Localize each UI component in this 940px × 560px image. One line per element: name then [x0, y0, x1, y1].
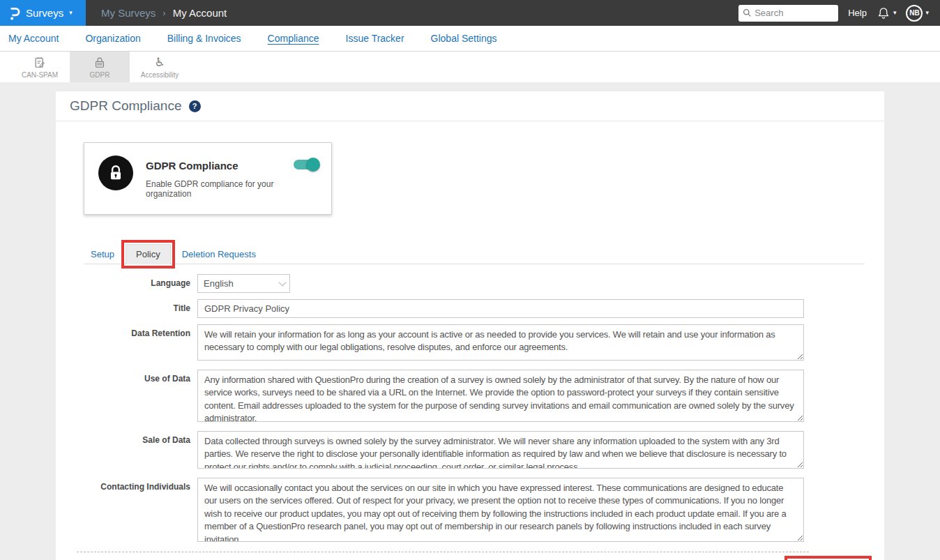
contacting-individuals-label: Contacting Individuals	[56, 478, 197, 545]
tab-policy[interactable]: Policy	[126, 244, 171, 264]
language-select[interactable]: English	[197, 274, 290, 293]
policy-form: Language English Title Data Retention We	[56, 274, 884, 545]
gdpr-enable-toggle[interactable]	[294, 160, 319, 169]
help-link[interactable]: Help	[848, 8, 867, 18]
chevron-down-icon: ▾	[925, 10, 929, 16]
lock-badge-icon	[98, 156, 133, 190]
gdpr-compliance-card: GDPR Compliance Enable GDPR compliance f…	[84, 142, 332, 215]
form-row-language: Language English	[56, 274, 884, 293]
search-input[interactable]	[755, 8, 831, 18]
tab-gdpr[interactable]: GDPR	[70, 52, 130, 82]
contacting-individuals-textarea[interactable]: We will occasionally contact you about t…	[197, 478, 804, 542]
product-switcher[interactable]: Surveys ▾	[0, 0, 86, 26]
product-name: Surveys	[26, 7, 63, 19]
nav-compliance[interactable]: Compliance	[268, 33, 319, 44]
nav-global-settings[interactable]: Global Settings	[431, 33, 497, 44]
nav-organization[interactable]: Organization	[85, 33, 140, 44]
canspam-note-icon	[33, 56, 47, 70]
annotation-highlight-policy: Policy	[121, 240, 175, 268]
use-of-data-textarea[interactable]: Any information shared with QuestionPro …	[197, 370, 804, 422]
form-row-contacting-individuals: Contacting Individuals We will occasiona…	[56, 478, 884, 545]
tab-accessibility[interactable]: ♿ Accessibility	[130, 52, 190, 82]
gdpr-lock-icon	[93, 56, 107, 70]
title-label: Title	[56, 299, 197, 318]
top-header: Surveys ▾ My Surveys › My Account Help ▾…	[0, 0, 940, 26]
title-input[interactable]	[197, 299, 804, 318]
gdpr-compliance-panel: GDPR Compliance ? GDPR Compliance Enable…	[56, 91, 884, 560]
tab-deletion-requests[interactable]: Deletion Requests	[175, 245, 263, 264]
breadcrumb-my-account: My Account	[173, 7, 227, 19]
chevron-down-icon: ▾	[893, 10, 897, 16]
form-row-data-retention: Data Retention We will retain your infor…	[56, 324, 884, 363]
sale-of-data-textarea[interactable]: Data collected through surveys is owned …	[197, 431, 804, 469]
header-actions: Help ▾ NB ▾	[738, 5, 940, 22]
use-of-data-label: Use of Data	[56, 370, 197, 425]
form-row-title: Title	[56, 299, 884, 318]
card-title: GDPR Compliance	[146, 160, 319, 172]
accessibility-icon: ♿	[154, 56, 165, 70]
form-actions: Save Changes	[56, 552, 884, 560]
breadcrumb-my-surveys[interactable]: My Surveys	[101, 7, 156, 19]
nav-my-account[interactable]: My Account	[8, 33, 59, 44]
breadcrumb-separator: ›	[162, 8, 165, 18]
page-title: GDPR Compliance	[70, 98, 182, 114]
tab-can-spam[interactable]: CAN-SPAM	[10, 52, 70, 82]
tab-setup[interactable]: Setup	[84, 245, 121, 264]
nav-issue-tracker[interactable]: Issue Tracker	[346, 33, 404, 44]
toggle-knob	[306, 158, 320, 172]
tab-label: CAN-SPAM	[22, 71, 58, 79]
nav-billing-invoices[interactable]: Billing & Invoices	[167, 33, 241, 44]
sale-of-data-label: Sale of Data	[56, 431, 197, 471]
tab-label: GDPR	[90, 71, 110, 79]
help-icon[interactable]: ?	[189, 100, 201, 112]
breadcrumb: My Surveys › My Account	[101, 7, 227, 19]
page-body: GDPR Compliance ? GDPR Compliance Enable…	[0, 82, 940, 560]
tab-label: Accessibility	[141, 71, 179, 79]
card-text: GDPR Compliance Enable GDPR compliance f…	[146, 156, 319, 199]
chevron-down-icon: ▾	[69, 10, 73, 16]
search-box	[738, 5, 838, 22]
form-row-sale-of-data: Sale of Data Data collected through surv…	[56, 431, 884, 471]
account-nav: My Account Organization Billing & Invoic…	[0, 26, 940, 52]
data-retention-textarea[interactable]: We will retain your information for as l…	[197, 324, 804, 361]
language-label: Language	[56, 274, 197, 293]
language-selected-value: English	[204, 278, 234, 289]
questionpro-logo-icon	[8, 6, 20, 21]
card-subtitle: Enable GDPR compliance for your organiza…	[146, 179, 319, 199]
policy-tab-bar: Setup Policy Deletion Requests	[84, 240, 865, 264]
account-menu[interactable]: NB ▾	[906, 5, 929, 22]
notifications-button[interactable]: ▾	[877, 6, 897, 20]
data-retention-label: Data Retention	[56, 324, 197, 363]
avatar[interactable]: NB	[906, 5, 923, 22]
search-icon	[743, 8, 752, 17]
form-row-use-of-data: Use of Data Any information shared with …	[56, 370, 884, 425]
compliance-icon-tabs: CAN-SPAM GDPR ♿ Accessibility	[0, 52, 940, 82]
bell-icon	[877, 6, 890, 20]
annotation-highlight-save: Save Changes	[784, 556, 872, 560]
panel-header: GDPR Compliance ?	[56, 91, 884, 121]
chevron-down-icon	[278, 278, 286, 286]
